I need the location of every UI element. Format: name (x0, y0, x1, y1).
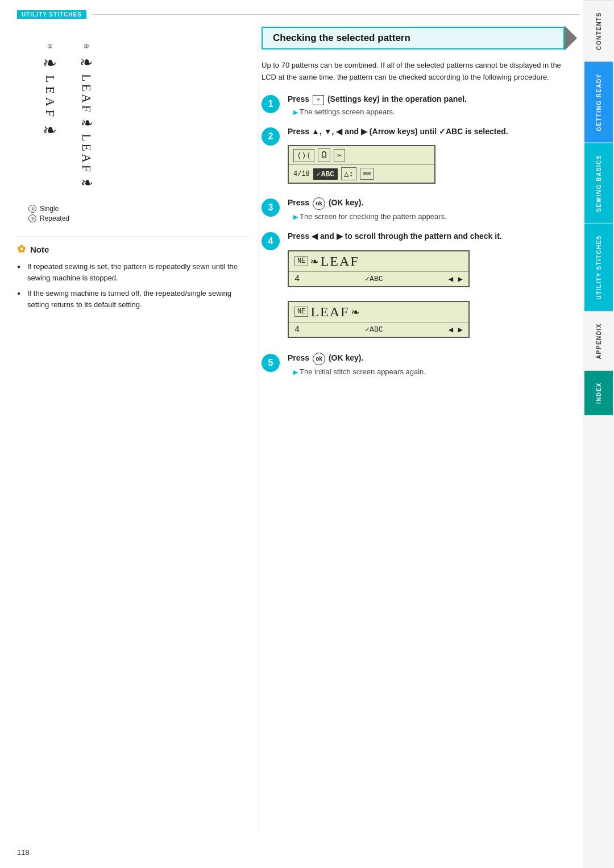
step-5-sub: The initial stitch screen appears again. (293, 367, 577, 376)
lcd-vabc-selected: ✓ABC (313, 168, 338, 180)
lcd-leaf-icon-2: ❧ (351, 304, 359, 320)
lcd-letters-1: LEAF (321, 254, 359, 269)
leaf-col-single: ① ❧ LEAF ❧ (40, 43, 60, 193)
step-3-sub: The screen for checking the pattern appe… (293, 212, 577, 221)
step-3: 3 Press ok (OK key). The screen for chec… (262, 197, 577, 221)
sidebar-tab-index[interactable]: INDEX (584, 370, 613, 415)
note-header: ✿ Note (17, 243, 250, 255)
ok-key-icon-3: ok (313, 197, 325, 210)
labels-row: ① Single ② Repeated (28, 205, 250, 222)
note-section: ✿ Note If repeated sewing is set, the pa… (17, 237, 250, 310)
sidebar-tab-utility-stitches[interactable]: UTILITY STITCHES (584, 223, 613, 311)
step-circle-5: 5 (262, 354, 280, 372)
step-1-sub: The settings screen appears. (293, 108, 577, 116)
sidebar: CONTENTS GETTING READY SEWING BASICS UTI… (583, 0, 614, 868)
lcd-num-4-2: 4 (294, 325, 300, 334)
step-circle-2: 2 (262, 127, 280, 146)
step-4: 4 Press ◀ and ▶ to scroll through the pa… (262, 231, 577, 342)
step-4-lcd-1: NE ❧ LEAF 4 ✓ABC ◀ ▶ (288, 245, 577, 292)
lcd-num18: 4/18 (293, 170, 310, 178)
sidebar-tab-contents[interactable]: CONTENTS (584, 0, 613, 61)
lcd-spool: Ω (318, 148, 330, 162)
leaf-number-1: ① (47, 43, 53, 50)
step-5: 5 Press ok (OK key). The initial stitch … (262, 353, 577, 376)
lcd-large-step4-1: NE ❧ LEAF 4 ✓ABC ◀ ▶ (288, 250, 470, 287)
step-circle-1: 1 (262, 95, 280, 113)
leaf-text-repeated: ❧ LEAF ❧ LEAF ❧ (77, 53, 96, 193)
left-panel: ① ❧ LEAF ❧ ② ❧ LEAF ❧ LEAF ❧ ① Single ② (17, 26, 250, 315)
step-5-content: Press ok (OK key). The initial stitch sc… (288, 353, 577, 376)
note-star-icon: ✿ (17, 243, 26, 255)
lcd-large-row-top-1: NE ❧ LEAF (289, 251, 468, 272)
label-repeated: ② Repeated (28, 214, 250, 222)
lcd-arrows-2: ◀ ▶ (449, 325, 463, 334)
section-title-arrow (565, 26, 577, 51)
right-panel: Checking the selected pattern Up to 70 p… (262, 26, 577, 386)
section-title: Checking the selected pattern (262, 27, 565, 49)
leaf-illustrations: ① ❧ LEAF ❧ ② ❧ LEAF ❧ LEAF ❧ (40, 43, 250, 193)
lcd-ne-1: NE (294, 256, 308, 266)
note-item-2: If the sewing machine is turned off, the… (17, 288, 250, 310)
lcd-leaf-icon-1: ❧ (310, 254, 318, 269)
lcd-zigzag: ⟨⟩⟨ (293, 149, 314, 162)
step-circle-4: 4 (262, 232, 280, 250)
step-2-lcd: ⟨⟩⟨ Ω ✂ 4/18 ✓ABC △↕ ≋≋ (288, 139, 577, 187)
lcd-row-bot-step2: 4/18 ✓ABC △↕ ≋≋ (289, 165, 434, 183)
settings-key-icon: ≡ (313, 95, 324, 105)
lcd-letters-2: LEAF (310, 304, 349, 320)
step-2-content: Press ▲, ▼, ◀ and ▶ (Arrow keys) until ✓… (288, 126, 577, 188)
lcd-row-top-step2: ⟨⟩⟨ Ω ✂ (289, 146, 434, 165)
label-single: ① Single (28, 205, 250, 213)
lcd-waves: ≋≋ (360, 168, 374, 180)
header-line (92, 14, 580, 15)
lcd-vabc-1: ✓ABC (365, 274, 383, 283)
step-1-content: Press ≡ (Settings key) in the operation … (288, 94, 577, 116)
lcd-ne-2: NE (294, 307, 308, 317)
step-4-content: Press ◀ and ▶ to scroll through the patt… (288, 231, 577, 342)
step-1: 1 Press ≡ (Settings key) in the operatio… (262, 94, 577, 116)
sidebar-tab-getting-ready[interactable]: GETTING READY (584, 61, 613, 143)
step-5-title: Press ok (OK key). (288, 353, 577, 365)
note-item-1: If repeated sewing is set, the pattern i… (17, 261, 250, 283)
page-number: 118 (17, 848, 30, 857)
intro-text: Up to 70 patterns can be combined. If al… (262, 60, 577, 84)
lcd-box-step2: ⟨⟩⟨ Ω ✂ 4/18 ✓ABC △↕ ≋≋ (288, 145, 435, 184)
section-title-box: Checking the selected pattern (262, 26, 577, 51)
lcd-large-row-bot-2: 4 ✓ABC ◀ ▶ (289, 323, 468, 337)
lcd-scissors: ✂ (334, 149, 345, 162)
step-4-title: Press ◀ and ▶ to scroll through the patt… (288, 231, 577, 242)
leaf-text-single: ❧ LEAF ❧ (40, 53, 60, 142)
step-3-content: Press ok (OK key). The screen for checki… (288, 197, 577, 221)
lcd-triangle: △↕ (341, 167, 356, 180)
lcd-large-row-top-2: NE LEAF ❧ (289, 302, 468, 323)
circle-1: ① (28, 205, 36, 213)
sidebar-tab-sewing-basics[interactable]: SEWING BASICS (584, 143, 613, 224)
circle-2: ② (28, 214, 36, 222)
step-2-title: Press ▲, ▼, ◀ and ▶ (Arrow keys) until ✓… (288, 126, 577, 138)
sidebar-tab-appendix[interactable]: APPENDIX (584, 311, 613, 370)
header-bar: UTILITY STITCHES (17, 10, 580, 19)
step-circle-3: 3 (262, 199, 280, 217)
step-1-title: Press ≡ (Settings key) in the operation … (288, 94, 577, 105)
panel-divider (259, 26, 259, 834)
lcd-vabc-2: ✓ABC (365, 325, 383, 334)
lcd-arrows-1: ◀ ▶ (449, 274, 463, 284)
lcd-num-4-1: 4 (294, 274, 300, 284)
step-3-title: Press ok (OK key). (288, 197, 577, 210)
leaf-number-2: ② (84, 43, 89, 50)
leaf-col-repeated: ② ❧ LEAF ❧ LEAF ❧ (77, 43, 96, 193)
lcd-large-row-bot-1: 4 ✓ABC ◀ ▶ (289, 272, 468, 286)
header-label: UTILITY STITCHES (17, 10, 86, 19)
step-2: 2 Press ▲, ▼, ◀ and ▶ (Arrow keys) until… (262, 126, 577, 188)
step-4-lcd-2: NE LEAF ❧ 4 ✓ABC ◀ ▶ (288, 295, 577, 342)
lcd-large-step4-2: NE LEAF ❧ 4 ✓ABC ◀ ▶ (288, 301, 470, 338)
ok-key-icon-5: ok (313, 353, 325, 365)
